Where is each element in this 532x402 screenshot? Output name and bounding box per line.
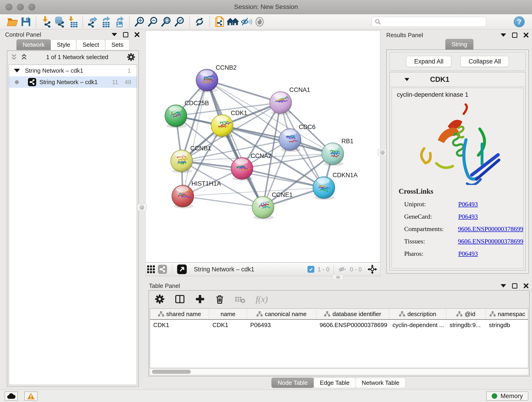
zoom-out-button[interactable]: [146, 15, 159, 28]
help-button[interactable]: ?: [514, 16, 525, 27]
tab-node-table[interactable]: Node Table: [272, 378, 314, 388]
close-panel-icon[interactable]: [523, 32, 529, 38]
crosslink-value-link[interactable]: 9606.ENSP00000378699: [458, 225, 523, 233]
network-node-CCNB1[interactable]: CCNB1: [171, 145, 211, 173]
network-node-label: CDKN1A: [332, 172, 357, 179]
network-options-gear-icon[interactable]: [127, 53, 135, 61]
column-header-description[interactable]: description: [389, 309, 446, 319]
table-options-gear-icon[interactable]: [155, 294, 165, 304]
zoom-in-button[interactable]: [133, 15, 146, 28]
gene-caret-icon[interactable]: [405, 78, 409, 81]
table-cell[interactable]: stringdb:9...: [446, 320, 486, 330]
panel-menu-icon[interactable]: [112, 33, 117, 36]
network-selection-row: 1 of 1 Network selected: [7, 51, 138, 63]
tab-edge-table[interactable]: Edge Table: [314, 378, 356, 388]
network-overview-button[interactable]: [226, 15, 240, 28]
open-file-button[interactable]: [6, 15, 19, 28]
crosslink-value-link[interactable]: P06493: [458, 213, 478, 220]
float-panel-icon[interactable]: [512, 283, 517, 288]
import-network-from-database-button[interactable]: [53, 15, 66, 28]
save-session-button[interactable]: [19, 15, 32, 28]
tab-select[interactable]: Select: [76, 39, 105, 50]
column-header-shared-name[interactable]: shared name: [150, 309, 209, 319]
show-hidden-button[interactable]: [253, 15, 266, 28]
network-edge-CCNB2-CCNA1[interactable]: [207, 80, 280, 103]
expand-all-networks-icon[interactable]: [11, 54, 17, 61]
column-header--id[interactable]: @id: [446, 309, 486, 319]
export-network-button[interactable]: [86, 15, 99, 28]
hide-panels-button[interactable]: [240, 15, 253, 28]
crosslink-value-link[interactable]: 9606.ENSP00000378699: [458, 238, 523, 245]
network-node-CDK1[interactable]: CDK1: [211, 109, 247, 138]
table-cell[interactable]: CDK1: [150, 320, 209, 330]
table-cell[interactable]: 9606.ENSP00000378699: [317, 320, 389, 330]
collapse-all-networks-icon[interactable]: [21, 54, 27, 61]
close-panel-icon[interactable]: [134, 32, 140, 37]
selected-counts: 1 - 0: [317, 266, 329, 273]
memory-button[interactable]: Memory: [486, 391, 528, 401]
control-panel: Control Panel Network Style Select Sets …: [3, 30, 142, 388]
import-network-button[interactable]: [39, 15, 53, 28]
float-panel-icon[interactable]: [123, 32, 128, 37]
close-panel-icon[interactable]: [523, 283, 529, 288]
selected-checkbox[interactable]: [307, 266, 314, 273]
expand-all-button[interactable]: Expand All: [406, 56, 452, 67]
search-input[interactable]: [381, 19, 480, 25]
tab-network-table[interactable]: Network Table: [355, 378, 405, 388]
network-node-CDKN1A[interactable]: CDKN1A: [313, 172, 358, 200]
table-horizontal-scrollbar[interactable]: [150, 369, 528, 375]
network-node-CCNA1[interactable]: CCNA1: [270, 86, 310, 115]
column-header-namespac[interactable]: namespac: [486, 309, 528, 319]
network-node-CCNB2[interactable]: CCNB2: [196, 64, 237, 93]
left-splitter-grip[interactable]: [137, 204, 147, 211]
grid-view-button[interactable]: [146, 263, 157, 276]
collapse-all-button[interactable]: Collapse All: [461, 56, 509, 67]
network-edge-CCNB2-CCNE1[interactable]: [207, 80, 263, 207]
warnings-button[interactable]: [24, 391, 38, 401]
column-header-database-identifier[interactable]: database identifier: [317, 309, 389, 319]
table-cell[interactable]: cyclin-dependent ...: [389, 320, 446, 330]
toolbar-separator: [189, 16, 190, 27]
network-row[interactable]: String Network – cdk1 11 48: [9, 76, 137, 88]
detach-view-button[interactable]: [176, 263, 188, 276]
column-header-canonical-name[interactable]: canonical name: [247, 309, 317, 319]
tab-style[interactable]: Style: [51, 39, 76, 50]
zoom-selected-button[interactable]: [173, 15, 186, 28]
add-column-icon[interactable]: [195, 294, 205, 304]
table-cell[interactable]: P06493: [247, 320, 317, 330]
collection-caret-icon[interactable]: [14, 69, 20, 72]
table-cell[interactable]: CDK1: [209, 320, 247, 330]
panel-menu-icon[interactable]: [500, 284, 506, 287]
toolbar-separator: [129, 16, 130, 27]
clone-network-button[interactable]: [213, 15, 226, 28]
cloud-status-button[interactable]: [5, 391, 18, 401]
tab-network[interactable]: Network: [17, 39, 51, 50]
import-table-button[interactable]: [66, 15, 79, 28]
table-row[interactable]: CDK1CDK1P064939606.ENSP00000378699cyclin…: [150, 320, 528, 330]
network-collection-row[interactable]: String Network – cdk1 1: [9, 65, 137, 76]
bottom-splitter-grip[interactable]: [333, 274, 343, 280]
show-columns-icon[interactable]: [175, 294, 185, 304]
delete-column-icon[interactable]: [215, 294, 225, 304]
column-header-name[interactable]: name: [209, 309, 247, 319]
crosslink-value-link[interactable]: P06493: [458, 201, 478, 208]
network-badge-button[interactable]: [157, 263, 168, 276]
float-panel-icon[interactable]: [512, 32, 517, 38]
zoom-fit-button[interactable]: [159, 15, 173, 28]
export-table-button[interactable]: [99, 15, 113, 28]
refresh-view-button[interactable]: [193, 15, 206, 28]
gene-header[interactable]: CDK1: [390, 72, 525, 87]
network-node-RB1[interactable]: RB1: [322, 138, 353, 166]
tab-string[interactable]: String: [445, 39, 473, 50]
scrollbar-thumb[interactable]: [152, 370, 191, 374]
table-cell[interactable]: stringdb: [486, 320, 528, 330]
network-edge-HIST1H1A-CCNE1[interactable]: [183, 196, 263, 207]
fit-selected-crosshair-icon[interactable]: [367, 264, 377, 274]
tab-sets[interactable]: Sets: [105, 39, 129, 50]
table-toolbar: f(x): [149, 291, 529, 307]
export-image-button[interactable]: [113, 15, 126, 28]
search-icon: [375, 19, 381, 25]
panel-menu-icon[interactable]: [500, 33, 506, 37]
crosslink-value-link[interactable]: P06493: [458, 250, 478, 257]
network-canvas[interactable]: CCNB2CCNA1CDC25BCDK1CDC6RB1CCNB1CCNA2CDK…: [145, 31, 380, 262]
